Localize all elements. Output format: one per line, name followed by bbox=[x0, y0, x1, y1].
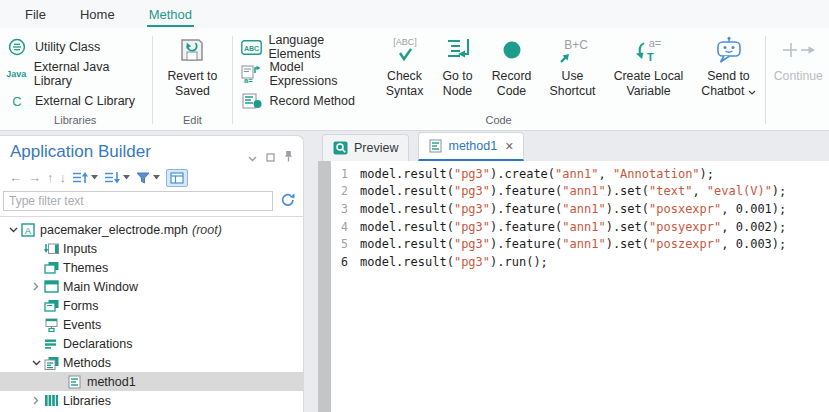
code-text: model.result( bbox=[360, 237, 454, 251]
up-arrow-icon[interactable]: ↑ bbox=[47, 171, 54, 184]
create-local-variable-icon: a=T bbox=[632, 35, 666, 65]
code-text: ); bbox=[700, 167, 714, 181]
check-syntax-button[interactable]: [ABC] Check Syntax bbox=[381, 35, 429, 111]
external-c-library-button[interactable]: C External C Library bbox=[0, 91, 150, 111]
libraries-icon bbox=[44, 394, 63, 407]
tree-item-root[interactable]: A pacemaker_electrode.mph (root) bbox=[0, 220, 303, 239]
code-string: "posxexpr" bbox=[649, 202, 721, 216]
code-text: model.result( bbox=[360, 184, 454, 198]
expander-right-icon[interactable] bbox=[28, 396, 44, 405]
code-string: "pg3" bbox=[454, 184, 490, 198]
panel-pin-icon[interactable] bbox=[284, 148, 293, 166]
expander-right-icon[interactable] bbox=[28, 282, 44, 291]
svg-text:T: T bbox=[647, 51, 654, 63]
edit-group-label: Edit bbox=[155, 114, 229, 126]
move-up-button[interactable] bbox=[72, 171, 98, 184]
revert-to-saved-button[interactable]: Revert to Saved bbox=[162, 35, 222, 99]
tree-item-inputs[interactable]: Inputs bbox=[0, 239, 303, 258]
refresh-icon[interactable] bbox=[280, 192, 296, 211]
tree-item-label: Libraries bbox=[63, 394, 111, 408]
code-editor[interactable]: 1model.result("pg3").create("ann1", "Ann… bbox=[318, 161, 829, 412]
filter-button[interactable] bbox=[136, 172, 160, 184]
tree-item-methods[interactable]: Methods bbox=[0, 353, 303, 372]
tab-method1[interactable]: method1 × bbox=[418, 132, 524, 161]
code-text: ).set( bbox=[606, 184, 649, 198]
editor-panel: Preview method1 × 1model.result("pg3").c… bbox=[311, 131, 829, 412]
svg-text:a=: a= bbox=[648, 37, 661, 49]
code-string: "posyexpr" bbox=[649, 220, 721, 234]
code-line[interactable]: 2model.result("pg3").feature("ann1").set… bbox=[318, 183, 829, 201]
tree-item-label: pacemaker_electrode.mph bbox=[40, 223, 188, 237]
record-method-button[interactable]: Record Method bbox=[235, 91, 381, 111]
use-shortcut-button[interactable]: B+C Use Shortcut bbox=[545, 35, 601, 111]
line-number: 3 bbox=[318, 202, 348, 216]
code-text: ); bbox=[772, 184, 786, 198]
code-line[interactable]: 6model.result("pg3").run(); bbox=[318, 253, 829, 271]
code-line[interactable]: 5model.result("pg3").feature("ann1").set… bbox=[318, 235, 829, 253]
show-windows-toggle[interactable] bbox=[166, 169, 188, 187]
language-elements-button[interactable]: ABC Language Elements bbox=[235, 37, 381, 57]
record-code-button[interactable]: Record Code bbox=[487, 35, 537, 111]
down-arrow-icon[interactable]: ↓ bbox=[60, 171, 67, 184]
continue-button[interactable]: Continue bbox=[769, 35, 827, 84]
language-elements-label: Language Elements bbox=[269, 33, 375, 61]
model-expressions-button[interactable]: a= Model Expressions bbox=[235, 64, 381, 84]
tree-item-libraries[interactable]: Libraries bbox=[0, 391, 303, 410]
go-to-node-icon bbox=[445, 35, 471, 65]
filter-input[interactable] bbox=[3, 191, 273, 211]
back-arrow-icon[interactable]: ← bbox=[9, 171, 22, 184]
tree-item-main-window[interactable]: Main Window bbox=[0, 277, 303, 296]
code-text: ).set( bbox=[606, 202, 649, 216]
code-string: "pg3" bbox=[454, 202, 490, 216]
check-syntax-icon: [ABC] bbox=[387, 35, 423, 65]
forward-arrow-icon[interactable]: → bbox=[28, 171, 41, 184]
svg-text:A: A bbox=[25, 225, 31, 235]
editor-tab-bar: Preview method1 × bbox=[311, 131, 829, 161]
utility-class-icon bbox=[6, 38, 28, 56]
external-java-library-button[interactable]: Java External Java Library bbox=[0, 64, 150, 84]
tree-item-declarations[interactable]: Declarations bbox=[0, 334, 303, 353]
expander-down-icon[interactable] bbox=[5, 227, 21, 233]
svg-text:[ABC]: [ABC] bbox=[393, 37, 417, 47]
tree-item-themes[interactable]: Themes bbox=[0, 258, 303, 277]
record-method-icon bbox=[241, 93, 263, 109]
code-string: "text" bbox=[649, 184, 692, 198]
tab-file[interactable]: File bbox=[25, 0, 46, 28]
language-elements-icon: ABC bbox=[241, 40, 262, 55]
tab-method[interactable]: Method bbox=[149, 0, 192, 28]
utility-class-label: Utility Class bbox=[35, 40, 100, 54]
expander-down-icon[interactable] bbox=[28, 360, 44, 366]
application-root-icon: A bbox=[21, 223, 40, 237]
method-document-icon bbox=[429, 139, 442, 153]
code-text: model.result( bbox=[360, 220, 454, 234]
code-line[interactable]: 1model.result("pg3").create("ann1", "Ann… bbox=[318, 165, 829, 183]
code-string: "ann1" bbox=[562, 184, 605, 198]
utility-class-button[interactable]: Utility Class bbox=[0, 37, 150, 57]
tree-item-forms[interactable]: Forms bbox=[0, 296, 303, 315]
tree-item-method1[interactable]: method1 bbox=[0, 372, 303, 391]
code-text: , 0.003); bbox=[721, 237, 786, 251]
tree-item-label: Themes bbox=[63, 261, 108, 275]
tab-method1-label: method1 bbox=[448, 139, 497, 153]
panel-menu-chevron-icon[interactable] bbox=[248, 148, 257, 166]
close-tab-icon[interactable]: × bbox=[505, 139, 513, 153]
send-to-chatbot-button[interactable]: Send to Chatbot bbox=[697, 35, 761, 111]
ribbon-separator bbox=[765, 36, 766, 124]
tab-preview-label: Preview bbox=[354, 141, 398, 155]
svg-text:a=: a= bbox=[244, 76, 253, 84]
tab-preview[interactable]: Preview bbox=[322, 134, 409, 161]
forms-icon bbox=[44, 299, 63, 312]
tree-item-events[interactable]: Events bbox=[0, 315, 303, 334]
code-line[interactable]: 4model.result("pg3").feature("ann1").set… bbox=[318, 218, 829, 236]
move-down-button[interactable] bbox=[104, 171, 130, 184]
panel-float-icon[interactable] bbox=[266, 148, 275, 166]
code-text: ).feature( bbox=[490, 202, 562, 216]
tab-home[interactable]: Home bbox=[80, 0, 115, 28]
main-window-icon bbox=[44, 280, 63, 293]
code-line[interactable]: 3model.result("pg3").feature("ann1").set… bbox=[318, 200, 829, 218]
create-local-variable-button[interactable]: a=T Create Local Variable bbox=[609, 35, 689, 111]
line-number: 6 bbox=[318, 255, 348, 269]
go-to-node-button[interactable]: Go to Node bbox=[437, 35, 479, 111]
ribbon-group-libraries: Utility Class Java External Java Library… bbox=[0, 28, 150, 130]
inputs-icon bbox=[44, 242, 63, 255]
